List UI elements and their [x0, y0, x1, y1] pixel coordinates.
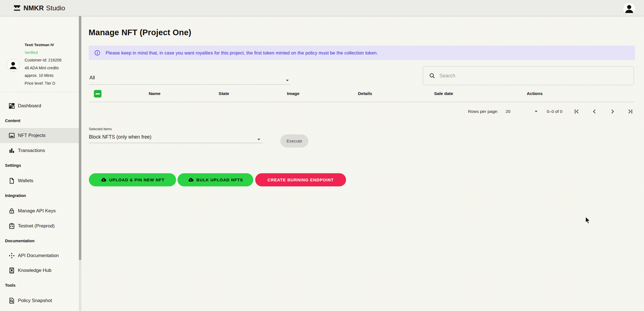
app-window: NMKR Studio Testi Testman IV Verified Cu… [0, 0, 644, 311]
user-approx-mints: approx. 10 Mints [25, 72, 61, 80]
sidebar-scrollbar-track[interactable] [79, 16, 81, 311]
column-header-image: Image [287, 91, 300, 96]
chevron-down-icon [286, 78, 289, 83]
column-header-name: Name [149, 91, 160, 96]
cloud-upload-icon [188, 177, 194, 183]
info-banner: Please keep in mind that, in case you wa… [89, 46, 635, 60]
brand-name-bold: NMKR [23, 4, 44, 12]
image-icon [8, 132, 15, 139]
search-icon [429, 72, 435, 79]
sidebar-item-transactions[interactable]: Transactions [0, 143, 79, 158]
sidebar-section-documentation: Documentation [5, 238, 35, 244]
search-input[interactable] [439, 73, 629, 79]
rows-per-page-label: Rows per page: [468, 109, 498, 114]
nmkr-logo-icon [13, 5, 21, 11]
top-bar: NMKR Studio [0, 0, 644, 16]
sidebar-item-dashboard[interactable]: Dashboard [0, 98, 79, 113]
column-header-actions: Actions [527, 91, 543, 96]
cloud-upload-icon [101, 177, 106, 183]
column-header-sale-date: Sale date [434, 91, 453, 96]
chevron-down-icon [257, 137, 261, 142]
button-label: UPLOAD & PIN NEW NFT [109, 177, 165, 182]
first-page-icon[interactable] [573, 108, 580, 115]
sidebar-section-content: Content [5, 117, 20, 124]
sidebar-divider [0, 92, 79, 92]
table-divider [89, 102, 634, 102]
handbook-icon [8, 267, 15, 274]
sidebar-item-label: API Documentation [18, 253, 59, 258]
button-label: CREATE BURNING ENDPOINT [267, 177, 334, 182]
sidebar-item-auctions[interactable]: Auctions [0, 308, 79, 311]
clipboard-code-icon [8, 223, 15, 229]
pagination-range: 0–0 of 0 [547, 109, 562, 114]
next-page-icon[interactable] [609, 108, 616, 115]
sidebar-scrollbar-thumb[interactable] [79, 16, 81, 260]
sidebar-item-label: Wallets [18, 178, 33, 184]
sidebar-item-label: Policy Snapshot [18, 298, 52, 303]
api-arrows-icon [8, 252, 15, 259]
bar-chart-icon [8, 147, 15, 154]
bulk-action-value: Block NFTS (only when free) [89, 134, 151, 140]
button-label: BULK UPLOAD NFTS [196, 177, 243, 182]
execute-button[interactable]: Execute [280, 134, 308, 148]
user-panel: Testi Testman IV Verified Customer-Id: 2… [25, 41, 61, 87]
sidebar-item-manage-api-keys[interactable]: Manage API Keys [0, 203, 79, 219]
file-icon [8, 177, 15, 184]
column-header-details: Details [358, 91, 372, 96]
sidebar-item-label: Knowledge Hub [18, 268, 51, 273]
brand-name-light: Studio [46, 4, 65, 12]
dashboard-grid-icon [8, 103, 15, 109]
page-title: Manage NFT (Project One) [89, 28, 191, 37]
user-verified-status: Verified [25, 49, 61, 57]
sidebar-item-wallets[interactable]: Wallets [0, 173, 79, 188]
pagination-bar: Rows per page: 20 0–0 of 0 [468, 107, 634, 116]
sidebar-item-api-documentation[interactable]: API Documentation [0, 248, 79, 263]
person-icon [8, 60, 18, 70]
sidebar-item-label: Dashboard [18, 103, 41, 109]
search-box[interactable] [423, 66, 634, 85]
sidebar-item-label: NFT Projects [18, 133, 46, 138]
sidebar-item-label: Manage API Keys [18, 208, 56, 214]
user-mint-credits: 48 ADA Mint credits [25, 64, 61, 72]
bulk-upload-nfts-button[interactable]: BULK UPLOAD NFTS [177, 173, 253, 186]
sidebar-item-nft-projects[interactable]: NFT Projects [0, 128, 79, 143]
upload-pin-new-nft-button[interactable]: UPLOAD & PIN NEW NFT [89, 173, 176, 186]
chevron-down-icon[interactable] [534, 110, 538, 113]
select-underline [89, 84, 291, 85]
user-customer-id: Customer-Id: 216209 [25, 56, 61, 64]
state-filter-select[interactable]: All [89, 73, 291, 85]
person-icon [624, 3, 635, 14]
account-avatar[interactable] [623, 2, 636, 15]
rows-per-page-value[interactable]: 20 [506, 109, 510, 114]
info-banner-text: Please keep in mind that, in case you wa… [106, 50, 378, 56]
selected-items-label: Selected items [89, 127, 112, 131]
sidebar: Testi Testman IV Verified Customer-Id: 2… [0, 16, 81, 311]
last-page-icon[interactable] [627, 108, 634, 115]
sidebar-section-tools: Tools [5, 282, 16, 289]
select-underline [89, 143, 263, 143]
select-all-checkbox[interactable] [94, 90, 101, 98]
user-avatar [7, 59, 20, 72]
column-header-state: State [219, 91, 229, 96]
create-burning-endpoint-button[interactable]: CREATE BURNING ENDPOINT [255, 173, 346, 186]
sidebar-item-policy-snapshot[interactable]: Policy Snapshot [0, 293, 79, 308]
document-search-icon [8, 297, 15, 304]
mouse-cursor [585, 217, 592, 226]
previous-page-icon[interactable] [591, 108, 598, 115]
user-name: Testi Testman IV [25, 41, 61, 49]
sidebar-section-settings: Settings [5, 162, 21, 169]
sidebar-item-label: Testnet (Preprod) [18, 223, 55, 229]
state-filter-value: All [89, 75, 95, 81]
bulk-action-select[interactable]: Block NFTS (only when free) [89, 134, 263, 143]
sidebar-item-label: Transactions [18, 148, 45, 153]
sidebar-section-integration: Integration [5, 192, 26, 199]
brand-logo[interactable]: NMKR Studio [13, 0, 65, 16]
lock-icon [8, 208, 15, 214]
info-icon [94, 50, 100, 56]
sidebar-item-testnet-preprod[interactable]: Testnet (Preprod) [0, 219, 79, 234]
sidebar-item-knowledge-hub[interactable]: Knowledge Hub [0, 263, 79, 278]
user-price-level: Price level: Tier D [25, 80, 61, 87]
